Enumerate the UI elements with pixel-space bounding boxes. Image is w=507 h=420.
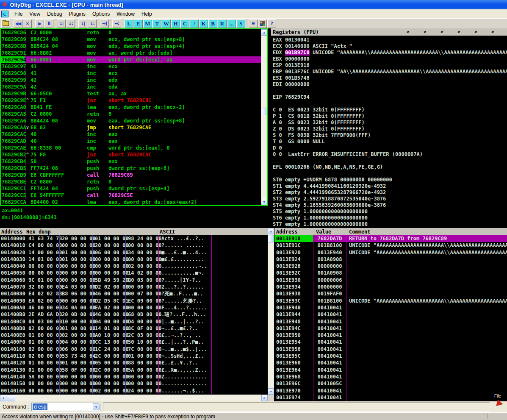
register-line[interactable]: ST6 empty 1.0000000000000000000 xyxy=(273,215,507,221)
view-log-button[interactable]: L xyxy=(125,19,133,28)
disasm-row[interactable]: 76829CA3C2 0800retn8 xyxy=(1,111,261,117)
hexdump-row[interactable]: 0014000041 63 74 7820 00 00 0001 00 00 0… xyxy=(0,235,268,242)
register-line[interactable]: ST2 empty 4.4441990653287966720e-4932 xyxy=(273,189,507,196)
stack-row[interactable]: 0013E94800410041 xyxy=(274,318,507,325)
hexdump-row[interactable]: 001400B02E AD 6A D820 0D 00 0046 00 00 0… xyxy=(0,311,268,318)
disasm-row[interactable]: 76829CB9E8 CBFFFFFFcall76829C89 xyxy=(1,172,261,178)
scroll-up-icon[interactable]: ▲ xyxy=(261,29,267,36)
register-line[interactable]: EFL 00010206 (NO,NB,NE,A,NS,PE,GE,G) xyxy=(273,164,507,170)
disasm-row[interactable]: 76829CAAvEB 02jmpshort 76829CAE xyxy=(1,124,261,131)
go-to-address-button[interactable]: →: xyxy=(112,19,121,28)
register-line[interactable]: ST4 empty 5.1855839260083609600e-3876 xyxy=(273,202,507,209)
scroll-right-icon[interactable]: ▶ xyxy=(261,395,268,401)
command-combobox[interactable]: d esp ▼ xyxy=(31,403,100,411)
hexdump-row[interactable]: 00140090EA 02 00 0000 00 00 00D2 D5 8C D… xyxy=(0,298,268,304)
hexdump-row[interactable]: 001400F001 00 00 0004 00 00 00CC 13 00 0… xyxy=(0,339,268,345)
collapse-chevron-icon[interactable]: < xyxy=(474,29,477,35)
command-input[interactable]: d esp xyxy=(33,403,47,410)
stack-row[interactable]: 0013E95C00410041 xyxy=(274,353,507,359)
view-threads-button[interactable]: T xyxy=(152,19,161,28)
run-button[interactable]: ▶ xyxy=(35,19,44,28)
register-line[interactable]: ST1 empty 4.4441990841160120320e-4932 xyxy=(273,183,507,189)
collapse-chevron-icon[interactable]: < xyxy=(491,29,494,35)
stack-row[interactable]: 0013E9200013E940UNICODE "AAAAAAAAAAAAAAA… xyxy=(274,249,507,256)
disasm-row[interactable]: 76829C9942incedx xyxy=(1,77,261,83)
register-line[interactable]: ESP 0013E918 xyxy=(273,62,507,69)
collapse-chevron-icon[interactable]: < xyxy=(457,29,460,35)
register-line[interactable]: EDI 00000000 xyxy=(273,81,507,88)
pause-button[interactable]: II xyxy=(44,19,53,28)
menu-item-debug[interactable]: Debug xyxy=(44,10,65,18)
options-button[interactable]: ≡ xyxy=(249,19,258,28)
register-line[interactable]: T 0 GS 0000 NULL xyxy=(273,139,507,145)
hexdump-hscrollbar[interactable]: ◀ ▶ xyxy=(0,395,268,401)
hexdump-row[interactable]: 001400C004 03 00 0010 00 00 0004 00 00 0… xyxy=(0,318,268,325)
view-handles-button[interactable]: H xyxy=(171,19,180,28)
stack-row[interactable]: 0013E93400000000 xyxy=(274,284,507,290)
register-line[interactable]: ECX 00140000 ASCII "Actx " xyxy=(273,43,507,50)
disasm-row[interactable]: 76829CCA8D4400 02leaeax, dword ptr ds:[e… xyxy=(1,199,261,205)
scroll-thumb[interactable] xyxy=(261,108,267,115)
disasm-row[interactable]: 76829CAC40inceax xyxy=(1,131,261,138)
scroll-down-icon[interactable]: ▼ xyxy=(268,388,274,395)
cpu-child-window-icon[interactable]: C xyxy=(1,11,8,17)
hexdump-row[interactable]: 0014002014 00 00 0001 00 00 0006 00 00 0… xyxy=(0,249,268,256)
stack-row[interactable]: 0013E93C001B8100UNICODE "AAAAAAAAAAAAAAA… xyxy=(274,298,507,304)
stack-row[interactable]: 0013E94C00410041 xyxy=(274,325,507,332)
disasm-row[interactable]: 76829C9B66:85C0testax, ax xyxy=(1,90,261,97)
collapse-chevron-icon[interactable]: < xyxy=(424,29,427,35)
register-line[interactable]: EBP 0013F76C UNICODE "AA\\AAAAAAAAAAAAAA… xyxy=(273,69,507,75)
disasm-row[interactable]: 76829CA08D41 FEleaeax, dword ptr ds:[ecx… xyxy=(1,104,261,111)
stack-row[interactable]: 0013E93000000006 xyxy=(274,277,507,284)
disasm-row[interactable]: 76829C9841incecx xyxy=(1,70,261,77)
hexdump-row[interactable]: 0014007032 00 00 00E4 03 00 00D2 02 00 0… xyxy=(0,284,268,290)
restart-button[interactable]: ◀◀ xyxy=(14,19,22,28)
animate-over-button[interactable]: ⇓: xyxy=(88,19,97,28)
disasm-row[interactable]: 76829CAD40inceax xyxy=(1,138,261,145)
view-memory-button[interactable]: M xyxy=(143,19,152,28)
view-run-trace-button[interactable]: ... xyxy=(227,19,236,28)
stack-row[interactable]: 0013E92C001A0908 xyxy=(274,270,507,276)
execute-till-return-button[interactable]: →] xyxy=(100,19,109,28)
stack-row[interactable]: 0013E96000410041 xyxy=(274,359,507,366)
view-executables-button[interactable]: E xyxy=(134,19,143,28)
disasm-row[interactable]: 76829C9466:8901movword ptr ds:[ecx], ax xyxy=(1,56,261,63)
stack-row[interactable]: 0013E94400410041 xyxy=(274,311,507,318)
register-line[interactable]: ST3 empty 2.5927918870872535040e-3876 xyxy=(273,196,507,202)
register-line[interactable]: D 0 xyxy=(273,145,507,151)
stack-row[interactable]: 0013E91C001B8100UNICODE "AAAAAAAAAAAAAAA… xyxy=(274,242,507,249)
scroll-left-icon[interactable]: ◀ xyxy=(0,395,6,401)
collapse-chevron-icon[interactable]: < xyxy=(407,29,410,35)
disassembly-scrollbar[interactable]: ▲ ▼ xyxy=(261,29,267,205)
disasm-row[interactable]: 76829C9A42incedx xyxy=(1,83,261,90)
scroll-down-icon[interactable]: ▼ xyxy=(261,199,267,205)
stack-row[interactable]: 0013E92800000000 xyxy=(274,263,507,270)
menu-item-plugins[interactable]: Plugins xyxy=(66,10,89,18)
view-patches-button[interactable]: / xyxy=(190,19,199,28)
menu-item-help[interactable]: Help xyxy=(138,10,155,18)
hexdump-row[interactable]: 001400E001 00 00 0002 00 00 00A0 10 00 0… xyxy=(0,332,268,339)
open-file-button[interactable] xyxy=(1,19,10,28)
stack-row[interactable]: 0013E9380019FAF0 xyxy=(274,290,507,297)
disasm-row[interactable]: 76829CC5E8 94FFFFFFcall76829C5E xyxy=(1,192,261,199)
stack-row[interactable]: 0013E95400410041 xyxy=(274,339,507,345)
menu-item-view[interactable]: View xyxy=(26,10,44,18)
view-references-button[interactable]: R xyxy=(218,19,227,28)
stack-row[interactable]: 0013E97400410041 xyxy=(274,394,507,401)
chevron-down-icon[interactable]: ▼ xyxy=(93,403,100,410)
register-line[interactable]: EBX 00000000 xyxy=(273,56,507,62)
hexdump-row[interactable]: 0014013001 00 00 0058 0F 00 002C 00 00 0… xyxy=(0,367,268,373)
hexdump-row[interactable]: 001400D002 00 00 0001 00 00 0014 01 00 0… xyxy=(0,325,268,332)
register-line[interactable]: O 0 LastErr ERROR_INSUFFICIENT_BUFFER (0… xyxy=(273,151,507,158)
hexdump-row[interactable]: 0014012001 00 00 0001 00 00 0005 00 00 0… xyxy=(0,359,268,366)
disasm-row[interactable]: 76829C9166:8B02movax, word ptr ds:[edx] xyxy=(1,50,261,56)
appearance-button[interactable] xyxy=(258,19,267,28)
scroll-up-icon[interactable]: ▲ xyxy=(268,228,274,234)
register-line[interactable]: C 0 ES 0023 32bit 0(FFFFFFFF) xyxy=(273,107,507,113)
stack-row[interactable]: 0013E924001A0908 xyxy=(274,256,507,263)
disasm-row[interactable]: 76829CAE66:8338 00cmpword ptr ds:[eax], … xyxy=(1,145,261,151)
menu-item-file[interactable]: File xyxy=(11,10,26,18)
register-line[interactable]: ESI 001B5748 xyxy=(273,75,507,81)
stack-row[interactable]: 0013E95000410041 xyxy=(274,332,507,339)
view-cpu-button[interactable]: C xyxy=(180,19,189,28)
